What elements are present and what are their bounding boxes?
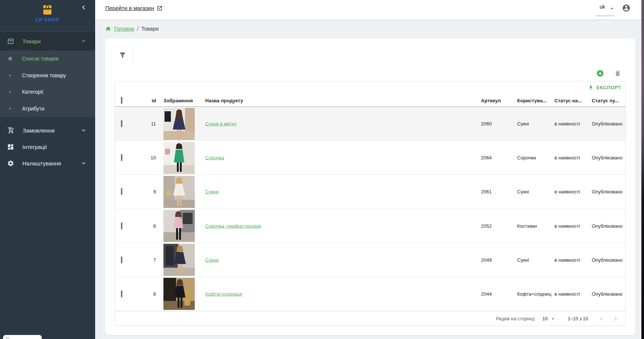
table-row[interactable]: 11 Сукня в квітку 2060 Сукні в наявності… — [115, 107, 625, 141]
logo-text: LP-SHOP — [0, 17, 95, 22]
bullet-icon — [9, 91, 11, 93]
sidebar-collapse-icon[interactable] — [79, 3, 88, 12]
table-row[interactable]: 7 Сукня 2049 Сукні в наявності Опубліков… — [115, 243, 625, 277]
home-icon — [105, 26, 111, 32]
bullet-icon — [9, 108, 11, 109]
table-row[interactable]: 8 Сорочка +майка+лосини 2052 Костюми в н… — [115, 209, 625, 243]
go-to-shop-label: Перейти в магазин — [105, 5, 154, 11]
row-stock-status: в наявності — [554, 291, 580, 297]
arrow-dropdown-icon — [609, 5, 615, 12]
row-checkbox[interactable] — [121, 188, 122, 195]
product-image — [163, 142, 195, 174]
row-publish-status: Опубліковано — [592, 121, 623, 127]
rows-per-page-select[interactable]: 10 — [543, 316, 556, 322]
sidebar-item-orders[interactable]: Замовлення — [0, 122, 95, 139]
row-publish-status: Опубліковано — [592, 257, 623, 262]
divider — [133, 48, 133, 64]
product-name-link[interactable]: Сукня — [205, 257, 219, 262]
product-name-link[interactable]: Сорочка — [205, 155, 224, 161]
row-stock-status: в наявності — [554, 189, 580, 195]
product-image — [163, 176, 195, 208]
column-header-stock: Статус на... — [554, 97, 582, 103]
sidebar-item-attributes[interactable]: Атрибути — [0, 100, 95, 117]
previous-page-icon[interactable] — [597, 314, 606, 323]
breadcrumb-current: Товари — [141, 26, 159, 32]
select-all-checkbox[interactable] — [121, 97, 122, 104]
chevron-up-icon — [80, 38, 87, 44]
row-category: Костюми — [517, 223, 553, 228]
row-publish-status: Опубліковано — [592, 223, 623, 228]
delete-selected-button[interactable] — [614, 70, 621, 77]
product-name-link[interactable]: Сукня в квітку — [205, 121, 237, 127]
sidebar-item-categories[interactable]: Категорії — [0, 84, 95, 100]
table-toolbar: ЕКСПОРТ — [115, 81, 625, 94]
row-publish-status: Опубліковано — [592, 155, 623, 161]
download-icon — [588, 85, 594, 90]
chevron-down-icon — [80, 127, 87, 134]
external-link-icon — [157, 5, 163, 11]
sidebar-item-products[interactable]: Товари — [0, 32, 95, 50]
product-image — [163, 244, 195, 276]
sidebar-item-settings[interactable]: Налаштування — [0, 155, 95, 171]
table-row[interactable]: 6 Кофта+спідниця 2044 Кофта+спідниц в на… — [115, 277, 625, 311]
column-header-sku: Артикул — [481, 97, 501, 103]
rows-per-page-label: Рядків на сторінці: — [496, 316, 536, 321]
row-checkbox[interactable] — [121, 120, 122, 127]
toast-icon — [6, 337, 9, 339]
row-stock-status: в наявності — [554, 121, 580, 127]
row-checkbox[interactable] — [121, 256, 122, 263]
sidebar-logo: LP-SHOP — [0, 0, 95, 31]
products-submenu: Список товарів Створення товару Категорі… — [0, 50, 95, 117]
row-id: 6 — [135, 291, 156, 297]
sidebar-item-create-product[interactable]: Створення товару — [0, 67, 95, 84]
submenu-label: Категорії — [22, 89, 43, 95]
sidebar-item-product-list[interactable]: Список товарів — [0, 50, 95, 67]
sidebar-item-integrations[interactable]: Інтеграції — [0, 139, 95, 155]
row-sku: 2060 — [481, 121, 492, 127]
products-panel: ЕКСПОРТ id Зображення Назва продукту Арт… — [105, 38, 635, 335]
status-toast — [3, 335, 42, 339]
filter-icon[interactable] — [119, 51, 126, 59]
row-id: 10 — [135, 155, 156, 161]
add-product-button[interactable] — [596, 69, 604, 77]
table-row[interactable]: 9 Сукня 2061 Сукні в наявності Опубліков… — [115, 175, 625, 209]
go-to-shop-link[interactable]: Перейти в магазин — [105, 5, 163, 11]
row-checkbox[interactable] — [121, 222, 122, 229]
products-table: ЕКСПОРТ id Зображення Назва продукту Арт… — [115, 81, 626, 326]
row-checkbox[interactable] — [121, 154, 122, 161]
product-name-link[interactable]: Сукня — [205, 189, 219, 195]
row-id: 7 — [135, 257, 156, 262]
row-category: Сукні — [517, 121, 553, 127]
account-circle-icon[interactable] — [622, 4, 631, 12]
product-name-link[interactable]: Кофта+спідниця — [205, 291, 242, 297]
topbar: Перейти в магазин uk — [95, 0, 641, 19]
sidebar-item-label: Товари — [22, 38, 41, 44]
table-pagination: Рядків на сторінці: 10 1–10 з 10 — [115, 311, 625, 326]
row-sku: 2044 — [481, 291, 492, 297]
export-button[interactable]: ЕКСПОРТ — [588, 85, 621, 90]
arrow-dropdown-icon — [550, 316, 556, 322]
column-header-name: Назва продукту — [205, 97, 243, 103]
product-name-link[interactable]: Сорочка +майка+лосини — [205, 223, 261, 228]
next-page-icon[interactable] — [611, 314, 620, 323]
row-id: 8 — [135, 223, 156, 228]
row-checkbox[interactable] — [121, 290, 122, 298]
column-header-publish: Статус пу... — [592, 97, 619, 103]
sidebar: LP-SHOP Товари Список товарів Створення … — [0, 0, 95, 339]
row-stock-status: в наявності — [554, 257, 580, 262]
product-image — [163, 108, 195, 140]
table-row[interactable]: 10 Сорочка 2064 Сорочки в наявності Опуб… — [115, 141, 625, 175]
gear-icon — [7, 160, 14, 167]
breadcrumb-home-link[interactable]: Головна — [114, 26, 134, 32]
language-value: uk — [596, 4, 605, 10]
dashboard-icon — [7, 143, 14, 150]
row-id: 11 — [135, 121, 156, 127]
breadcrumb: Головна / Товари — [105, 26, 159, 32]
language-select[interactable]: uk — [596, 3, 615, 10]
product-image — [163, 278, 195, 310]
column-header-image: Зображення — [163, 97, 193, 103]
row-sku: 2061 — [481, 189, 492, 195]
row-category: Сорочки — [517, 155, 553, 161]
row-stock-status: в наявності — [554, 223, 580, 228]
table-body: 11 Сукня в квітку 2060 Сукні в наявності… — [115, 107, 625, 311]
